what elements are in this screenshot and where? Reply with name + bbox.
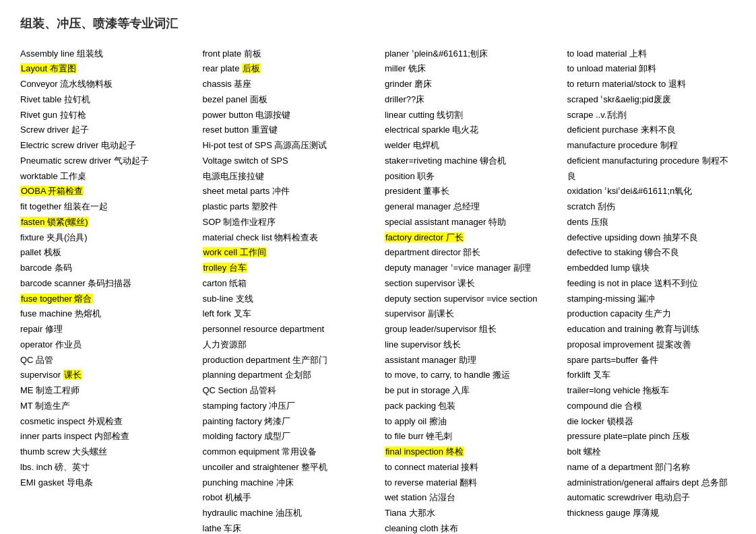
list-item: material check list 物料检查表 [203,230,372,246]
list-item: line supervisor 线长 [385,337,554,353]
list-item: wet station 沾湿台 [385,490,554,506]
list-item: to connect material 接料 [385,460,554,475]
list-item: to return material/stock to 退料 [567,77,736,92]
list-item: left fork 叉车 [203,306,372,322]
list-item: be put in storage 入库 [385,383,554,399]
column-3: planer ˈplein&#61611;刨床miller 铣床grinder … [385,46,554,534]
list-item: planning department 企划部 [203,368,372,383]
list-item: trailer=long vehicle 拖板车 [567,383,736,399]
list-item: QC 品管 [20,353,189,368]
list-item: ME 制造工程师 [20,383,189,399]
list-item: OOBA 开箱检查 [20,184,189,199]
list-item: dents 压痕 [567,215,736,230]
list-item: supervisor 课长 [20,368,189,383]
list-item: Assembly line 组装线 [20,46,189,62]
list-item: compound die 合模 [567,399,736,414]
list-item: manufacture procedure 制程 [567,138,736,154]
list-item: bezel panel 面板 [203,92,372,108]
list-item: die locker 锁模器 [567,414,736,430]
list-item: fit together 组装在一起 [20,199,189,215]
list-item: fuse together 熔合 [20,292,189,307]
list-item: oxidation ˈksiˈdei&#61611;n氧化 [567,184,736,199]
list-item: defective upsiding down 抽芽不良 [567,230,736,246]
list-item: Hi-pot test of SPS 高源高压测试 [203,138,372,154]
list-item: sheet metal parts 冲件 [203,184,372,199]
list-item: lathe 车床 [203,521,372,534]
list-item: scrape ..v.刮;削 [567,108,736,123]
list-item: hydraulic machine 油压机 [203,506,372,521]
list-item: painting factory 烤漆厂 [203,414,372,430]
list-item: cleaning cloth 抹布 [385,521,554,534]
list-item: pallet 栈板 [20,245,189,261]
list-item: special assistant manager 特助 [385,215,554,230]
list-item: proposal improvement 提案改善 [567,337,736,353]
list-item: QC Section 品管科 [203,383,372,399]
list-item: barcode 条码 [20,261,189,276]
list-item: bolt 螺栓 [567,444,736,460]
column-4: to load material 上料to unload material 卸料… [567,46,736,534]
list-item: lbs. inch 磅、英寸 [20,460,189,475]
list-item: president 董事长 [385,184,554,199]
list-item: name of a department 部门名称 [567,460,736,475]
list-item: welder 电焊机 [385,138,554,154]
list-item: fixture 夹具(治具) [20,230,189,246]
list-item: driller??床 [385,92,554,108]
list-item: electrical sparkle 电火花 [385,123,554,138]
list-item: education and training 教育与训练 [567,322,736,337]
list-item: factory director 厂长 [385,230,554,246]
list-item: embedded lump 镶块 [567,261,736,276]
list-item: department director 部长 [385,245,554,261]
list-item: inner parts inspect 内部检查 [20,429,189,444]
list-item: Electric screw driver 电动起子 [20,138,189,154]
list-item: Screw driver 起子 [20,123,189,138]
list-item: final inspection 终检 [385,444,554,460]
list-item: production capacity 生产力 [567,306,736,322]
list-item: deficient purchase 来料不良 [567,123,736,138]
list-item: automatic screwdriver 电动启子 [567,490,736,506]
list-item: Pneumatic screw driver 气动起子 [20,154,189,169]
list-item: section supervisor 课长 [385,276,554,292]
list-item: administration/general affairs dept 总务部 [567,475,736,491]
list-item: barcode scanner 条码扫描器 [20,276,189,292]
list-item: assistant manager 助理 [385,353,554,368]
list-item: miller 铣床 [385,61,554,77]
list-item: reset button 重置键 [203,123,372,138]
list-item: Tiana 大那水 [385,506,554,521]
list-item: rear plate 后板 [203,61,372,77]
list-item: stamping factory 冲压厂 [203,399,372,414]
list-item: pressure plate=plate pinch 压板 [567,429,736,444]
list-item: stamping-missing 漏冲 [567,292,736,307]
list-item: to move, to carry, to handle 搬运 [385,368,554,383]
list-item: EMI gasket 导电条 [20,475,189,491]
list-item: carton 纸箱 [203,276,372,292]
list-item: SOP 制造作业程序 [203,215,372,230]
list-item: scraped ˈskr&aelig;pid废废 [567,92,736,108]
list-item: front plate 前板 [203,46,372,62]
list-item: uncoiler and straightener 整平机 [203,460,372,475]
list-item: position 职务 [385,169,554,185]
list-item: fasten 锁紧(螺丝) [20,215,189,230]
list-item: repair 修理 [20,322,189,337]
list-item: thickness gauge 厚薄规 [567,506,736,521]
list-item: feeding is not in place 送料不到位 [567,276,736,292]
list-item: to file burr 锉毛刺 [385,429,554,444]
list-item: deputy section supervisor =vice section [385,292,554,307]
list-item: Rivet table 拉钉机 [20,92,189,108]
list-item: sub-line 支线 [203,292,372,307]
list-item: to unload material 卸料 [567,61,736,77]
list-item: operator 作业员 [20,337,189,353]
list-item: chassis 基座 [203,77,372,92]
list-item: punching machine 冲床 [203,475,372,491]
list-item: MT 制造生产 [20,399,189,414]
list-item: 电源电压接拉键 [203,169,372,185]
list-item: deficient manufacturing procedure 制程不良 [567,154,736,185]
list-item: defective to staking 铆合不良 [567,245,736,261]
list-item: Layout 布置图 [20,61,189,77]
list-item: thumb screw 大头螺丝 [20,444,189,460]
list-item: to load material 上料 [567,46,736,62]
list-item: forklift 叉车 [567,368,736,383]
list-item: cosmetic inspect 外观检查 [20,414,189,430]
list-item: spare parts=buffer 备件 [567,353,736,368]
list-item: fuse machine 热熔机 [20,306,189,322]
list-item: grinder 磨床 [385,77,554,92]
